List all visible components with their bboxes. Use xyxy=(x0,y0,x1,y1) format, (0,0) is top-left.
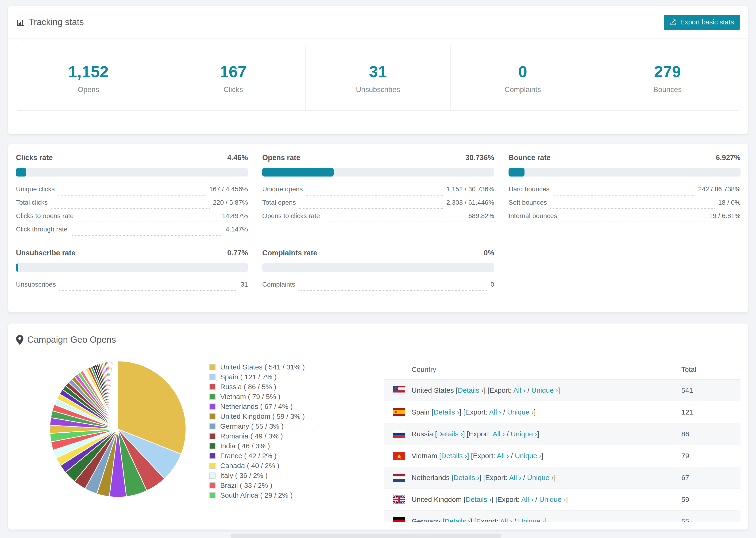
stat-value: 31 xyxy=(369,62,387,81)
export-unique-link[interactable]: Unique › xyxy=(518,517,545,522)
geo-table-row-gb: United Kingdom [Details ›] [Export: All … xyxy=(384,489,740,511)
country-name: Russia xyxy=(411,430,433,438)
column-header-total: Total xyxy=(681,365,740,373)
stat-label: Bounces xyxy=(653,85,682,94)
export-unique-link[interactable]: Unique › xyxy=(507,408,534,416)
details-link[interactable]: Details › xyxy=(437,430,463,438)
export-basic-stats-button[interactable]: Export basic stats xyxy=(664,15,740,30)
legend-label: India ( 46 / 3% ) xyxy=(220,442,270,450)
rate-detail-row: Opens to clicks rate689.82% xyxy=(262,212,494,226)
legend-label: Spain ( 121 / 7% ) xyxy=(220,373,277,381)
legend-swatch xyxy=(209,394,216,400)
rate-detail-row: Soft bounces18 / 0% xyxy=(509,199,740,212)
total-cell: 67 xyxy=(681,474,740,482)
rate-progress-bar xyxy=(262,263,494,272)
stat-label: Clicks xyxy=(224,85,243,94)
export-unique-link[interactable]: Unique › xyxy=(531,386,558,394)
export-unique-link[interactable]: Unique › xyxy=(527,474,554,481)
rate-progress-bar xyxy=(509,168,740,177)
legend-swatch xyxy=(209,374,216,380)
details-link[interactable]: Details › xyxy=(465,496,491,503)
export-all-link[interactable]: All › xyxy=(489,408,501,416)
country-name: United States xyxy=(411,386,454,394)
column-header-country: Country xyxy=(411,365,681,373)
legend-label: France ( 42 / 2% ) xyxy=(220,452,277,460)
horizontal-scrollbar-thumb[interactable] xyxy=(230,534,501,538)
stat-value: 1,152 xyxy=(68,62,109,81)
legend-item: Spain ( 121 / 7% ) xyxy=(209,372,305,382)
country-name: Netherlands xyxy=(411,474,450,481)
country-cell: Netherlands [Details ›] [Export: All › /… xyxy=(411,474,681,482)
pie-slice-other[interactable] xyxy=(117,361,118,429)
geo-table-header: CountryTotal xyxy=(384,360,740,380)
geo-table-row-nl: Netherlands [Details ›] [Export: All › /… xyxy=(384,467,740,489)
country-name: Vietnam xyxy=(411,452,437,459)
legend-swatch xyxy=(209,463,216,469)
country-name: Germany xyxy=(411,517,441,522)
flag-de-icon xyxy=(393,517,405,522)
stats-summary-box: 1,152Opens167Clicks31Unsubscribes0Compla… xyxy=(16,46,740,111)
rate-detail-row: Internal bounces19 / 6.81% xyxy=(509,212,740,226)
geo-table-row-de: Germany [Details ›] [Export: All › / Uni… xyxy=(384,511,740,522)
stat-value: 0 xyxy=(518,62,527,81)
rate-detail-row: Click through rate4.147% xyxy=(16,226,248,239)
export-unique-link[interactable]: Unique › xyxy=(511,430,537,438)
details-link[interactable]: Details › xyxy=(441,452,467,459)
rate-value: 6.927% xyxy=(716,153,740,162)
legend-swatch xyxy=(209,413,216,419)
tracking-stats-panel: Tracking stats Export basic stats 1,152O… xyxy=(8,6,748,134)
total-cell: 86 xyxy=(681,430,740,438)
export-all-link[interactable]: All › xyxy=(521,496,533,503)
rate-value: 4.46% xyxy=(227,153,248,162)
rate-progress-bar xyxy=(16,263,248,272)
legend-item: India ( 46 / 3% ) xyxy=(209,441,305,451)
stat-label: Complaints xyxy=(505,85,541,94)
rate-detail-row: Total clicks220 / 5.87% xyxy=(16,199,248,212)
legend-label: United Kingdom ( 59 / 3% ) xyxy=(220,412,305,420)
country-cell: Vietnam [Details ›] [Export: All › / Uni… xyxy=(411,452,681,460)
legend-item: Romania ( 49 / 3% ) xyxy=(209,431,305,441)
flag-vn-icon xyxy=(393,452,405,460)
legend-swatch xyxy=(209,423,216,429)
legend-swatch xyxy=(209,443,216,449)
flag-nl-icon xyxy=(393,474,405,482)
legend-swatch xyxy=(209,433,216,439)
export-all-link[interactable]: All › xyxy=(513,386,526,394)
legend-label: Canada ( 40 / 2% ) xyxy=(220,462,279,470)
export-all-link[interactable]: All › xyxy=(497,452,509,459)
rates-row-1: Clicks rate4.46%Unique clicks167 / 4.456… xyxy=(16,153,740,239)
details-link[interactable]: Details › xyxy=(445,517,470,522)
flag-ru-icon xyxy=(393,430,405,438)
geo-table-row-es: Spain [Details ›] [Export: All › / Uniqu… xyxy=(384,402,740,423)
export-all-link[interactable]: All › xyxy=(493,430,505,438)
export-all-link[interactable]: All › xyxy=(500,517,512,522)
details-link[interactable]: Details › xyxy=(433,408,459,416)
total-cell: 59 xyxy=(681,496,740,504)
page: Tracking stats Export basic stats 1,152O… xyxy=(0,0,756,538)
export-unique-link[interactable]: Unique › xyxy=(539,496,566,503)
rate-detail-row: Total opens2,303 / 61.446% xyxy=(262,199,494,212)
legend-item: France ( 42 / 2% ) xyxy=(209,451,305,461)
flag-gb-icon xyxy=(393,496,405,504)
legend-item: Germany ( 55 / 3% ) xyxy=(209,421,305,431)
page-title: Tracking stats xyxy=(28,17,84,27)
country-cell: Russia [Details ›] [Export: All › / Uniq… xyxy=(411,430,681,438)
export-all-link[interactable]: All › xyxy=(509,474,521,481)
legend-swatch xyxy=(209,453,216,459)
legend-label: South Africa ( 29 / 2% ) xyxy=(220,491,293,499)
country-cell: United States [Details ›] [Export: All ›… xyxy=(411,386,681,394)
rate-title: Unsubscribe rate xyxy=(16,249,75,257)
legend-item: Brazil ( 33 / 2% ) xyxy=(209,480,305,490)
legend-swatch xyxy=(209,472,216,479)
rate-card-unsubscribe-rate: Unsubscribe rate0.77%Unsubscribes31 xyxy=(16,249,248,294)
legend-swatch xyxy=(209,404,216,409)
total-cell: 121 xyxy=(681,408,740,416)
legend-label: United States ( 541 / 31% ) xyxy=(220,363,305,371)
details-link[interactable]: Details › xyxy=(458,386,484,394)
details-link[interactable]: Details › xyxy=(453,474,479,481)
export-unique-link[interactable]: Unique › xyxy=(515,452,541,459)
rate-detail-row: Unique clicks167 / 4.456% xyxy=(16,186,248,199)
rate-value: 30.736% xyxy=(465,153,494,162)
legend-swatch xyxy=(209,482,216,488)
rate-card-bounce-rate: Bounce rate6.927%Hard bounces242 / 86.73… xyxy=(509,153,740,239)
